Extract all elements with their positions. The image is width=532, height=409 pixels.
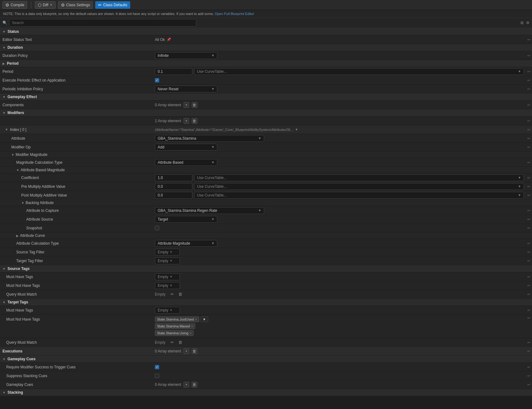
tag-pill-expand[interactable]: ▼	[200, 317, 208, 322]
backing-attribute-header[interactable]: ▼ Backing Attribute	[0, 200, 532, 206]
source-query-delete-btn[interactable]: 🗑	[177, 291, 184, 297]
target-must-have-reset[interactable]: ↩	[526, 308, 532, 312]
pre-multiply-value: Use CurveTable... ▼	[153, 182, 526, 191]
attribute-source-label: Attribute Source	[0, 216, 153, 223]
periodic-inhibition-reset[interactable]: ↩	[526, 87, 532, 91]
source-must-have-dropdown[interactable]: Empty ▼	[155, 273, 180, 280]
source-must-not-have-dropdown[interactable]: Empty ▼	[155, 282, 180, 289]
execute-periodic-checkbox[interactable]: ✓	[155, 78, 159, 82]
target-query-match-label: Query Must Match	[0, 339, 153, 346]
modifiers-delete-btn[interactable]: 🗑	[192, 118, 197, 124]
snapshot-reset[interactable]: ↩	[526, 226, 532, 230]
class-settings-button[interactable]: ⚙ Class Settings	[58, 1, 93, 9]
source-tag-filter-reset[interactable]: ↩	[526, 250, 532, 254]
duration-policy-dropdown[interactable]: Infinite ▼	[155, 52, 217, 59]
components-add-btn[interactable]: +	[184, 102, 189, 108]
index-reset[interactable]: ↩	[526, 127, 532, 132]
executions-delete-btn[interactable]: 🗑	[192, 348, 197, 354]
executions-add-btn[interactable]: +	[184, 348, 189, 354]
period-reset[interactable]: ↩	[526, 69, 532, 74]
pre-multiply-input[interactable]	[155, 183, 192, 190]
coefficient-reset[interactable]: ↩	[526, 176, 532, 180]
target-query-match-reset[interactable]: ↩	[526, 340, 532, 345]
components-delete-btn[interactable]: 🗑	[192, 102, 197, 108]
stacking-section-header[interactable]: ▼ Stacking	[0, 389, 532, 396]
gameplay-cues-count-value: 0 Array element + 🗑	[153, 381, 526, 388]
post-multiply-reset[interactable]: ↩	[526, 193, 532, 197]
execute-periodic-reset[interactable]: ↩	[526, 78, 532, 82]
pre-multiply-reset[interactable]: ↩	[526, 184, 532, 189]
executions-reset[interactable]: ↩	[526, 349, 532, 353]
magnitude-calc-reset[interactable]: ↩	[526, 160, 532, 165]
gameplay-cues-add-btn[interactable]: +	[184, 382, 189, 387]
attribute-calc-type-reset[interactable]: ↩	[526, 241, 532, 246]
modifiers-section-header[interactable]: ▼ Modifiers	[0, 109, 532, 117]
target-tag-filter-reset[interactable]: ↩	[526, 259, 532, 263]
post-multiply-input[interactable]	[155, 192, 192, 199]
compile-button[interactable]: ⚙ Compile	[2, 1, 27, 9]
source-tag-filter-dropdown[interactable]: Empty ▼	[155, 249, 180, 256]
attribute-source-reset[interactable]: ↩	[526, 217, 532, 222]
search-icon: 🔍	[2, 21, 7, 25]
coefficient-input[interactable]	[155, 174, 192, 181]
components-reset[interactable]: ↩	[526, 103, 532, 107]
target-tags-section-header[interactable]: ▼ Target Tags	[0, 299, 532, 306]
modifier-magnitude-header[interactable]: ▼ Modifier Magnitude	[0, 152, 532, 158]
period-input[interactable]	[155, 68, 192, 75]
attribute-based-magnitude-header[interactable]: ▼ Attribute Based Magnitude	[0, 167, 532, 173]
source-query-edit-btn[interactable]: ✏	[169, 291, 175, 297]
suppress-stacking-checkbox[interactable]	[155, 374, 159, 378]
magnitude-calc-dropdown[interactable]: Attribute Based ▼	[155, 159, 217, 166]
settings-icon[interactable]: ⚙	[526, 21, 530, 25]
target-tag-filter-dropdown[interactable]: Empty ▼	[155, 257, 180, 264]
class-defaults-button[interactable]: ✏ Class Defaults	[95, 1, 130, 9]
attribute-source-dropdown[interactable]: Target ▼	[155, 216, 217, 223]
main-content: ▼ Status Editor Status Text All Ok 📌 ↩ ▼…	[0, 28, 532, 396]
gameplay-effect-section-header[interactable]: ▼ Gameplay Effect	[0, 93, 532, 101]
attribute-row: Attribute GBA_Stamina.Stamina ▼ ↩	[0, 134, 532, 143]
target-must-not-have-reset[interactable]: ↩	[526, 316, 532, 320]
target-query-delete-btn[interactable]: 🗑	[177, 339, 184, 345]
tag-remove-maxed[interactable]: ×	[191, 325, 193, 328]
modifier-op-reset[interactable]: ↩	[526, 145, 532, 149]
search-input[interactable]	[9, 19, 196, 27]
source-query-match-reset[interactable]: ↩	[526, 292, 532, 297]
gameplay-cues-delete-btn[interactable]: 🗑	[192, 382, 197, 387]
period-curve-dropdown[interactable]: Use CurveTable... ▼	[194, 68, 524, 75]
suppress-stacking-reset[interactable]: ↩	[526, 374, 532, 378]
duration-section-header[interactable]: ▼ Duration	[0, 44, 532, 51]
open-blueprint-link[interactable]: Open Full Blueprint Editor	[215, 12, 254, 16]
source-must-have-reset[interactable]: ↩	[526, 275, 532, 279]
tag-remove-using[interactable]: ×	[190, 332, 191, 335]
diff-button[interactable]: ⬡ Diff ▼	[35, 1, 56, 9]
attribute-curve-header[interactable]: ▶ Attribute Curve	[0, 232, 532, 239]
attr-to-capture-reset[interactable]: ↩	[526, 208, 532, 213]
modifiers-reset[interactable]: ↩	[526, 119, 532, 123]
attribute-reset[interactable]: ↩	[526, 136, 532, 141]
status-section-header[interactable]: ▼ Status	[0, 28, 532, 35]
snapshot-checkbox[interactable]	[155, 226, 159, 230]
attribute-calc-type-dropdown[interactable]: Attribute Magnitude ▼	[155, 240, 217, 247]
target-query-edit-btn[interactable]: ✏	[169, 339, 175, 345]
source-tags-section-header[interactable]: ▼ Source Tags	[0, 265, 532, 272]
coefficient-curve-dropdown[interactable]: Use CurveTable... ▼	[194, 174, 524, 181]
editor-status-reset[interactable]: ↩	[526, 37, 532, 42]
gameplay-cues-reset[interactable]: ↩	[526, 382, 532, 387]
periodic-inhibition-dropdown[interactable]: Never Reset ▼	[155, 86, 217, 92]
source-must-not-have-reset[interactable]: ↩	[526, 283, 532, 288]
modifiers-add-btn[interactable]: +	[184, 118, 189, 124]
attribute-to-capture-dropdown[interactable]: GBA_Stamina.Stamina Regen Rate ▼	[155, 207, 264, 214]
target-must-have-dropdown[interactable]: Empty ▼	[155, 307, 180, 314]
post-multiply-curve-dropdown[interactable]: Use CurveTable... ▼	[194, 192, 524, 199]
duration-policy-reset[interactable]: ↩	[526, 53, 532, 58]
modifiers-count-label	[0, 120, 153, 122]
attribute-dropdown[interactable]: GBA_Stamina.Stamina ▼	[155, 135, 264, 142]
require-modifier-reset[interactable]: ↩	[526, 365, 532, 369]
period-section-header[interactable]: ▶ Period	[0, 60, 532, 67]
gameplay-cues-section-header[interactable]: ▼ Gameplay Cues	[0, 356, 532, 363]
modifier-op-dropdown[interactable]: Add ▼	[155, 144, 217, 151]
require-modifier-checkbox[interactable]: ✓	[155, 365, 159, 369]
tag-remove-justused[interactable]: ×	[195, 318, 197, 321]
pre-multiply-curve-dropdown[interactable]: Use CurveTable... ▼	[194, 183, 524, 190]
grid-icon[interactable]: ⊞	[520, 21, 524, 25]
